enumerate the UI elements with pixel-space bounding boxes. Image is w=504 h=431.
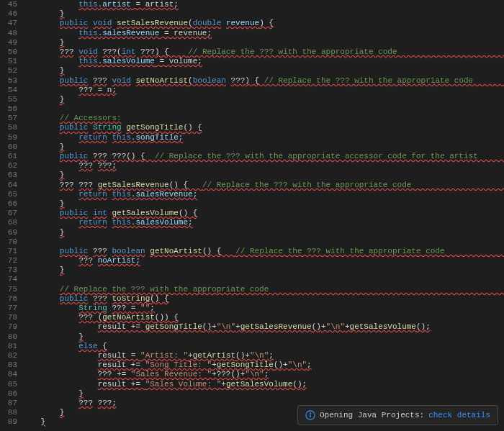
line-number: 59 bbox=[0, 133, 17, 142]
code-line[interactable]: ??? += "Sales Revenue: "+???()+"\n"; bbox=[22, 370, 504, 379]
code-line[interactable] bbox=[22, 104, 504, 114]
code-line[interactable]: result = "Artist: "+getArtist()+"\n"; bbox=[22, 351, 504, 360]
line-number: 49 bbox=[0, 38, 17, 47]
line-number: 89 bbox=[0, 417, 17, 427]
svg-point-1 bbox=[310, 412, 311, 414]
line-number: 60 bbox=[0, 142, 17, 152]
code-line[interactable]: return this.songTitle; bbox=[22, 133, 504, 142]
line-number: 86 bbox=[0, 389, 17, 399]
info-icon bbox=[305, 410, 315, 420]
line-number: 87 bbox=[0, 399, 17, 408]
code-area[interactable]: this.artist = artist; } public void setS… bbox=[22, 0, 504, 431]
line-number: 57 bbox=[0, 114, 17, 123]
line-number: 78 bbox=[0, 313, 17, 322]
code-line[interactable]: ??? ???; bbox=[22, 161, 504, 171]
line-number: 70 bbox=[0, 237, 17, 247]
line-number: 45 bbox=[0, 0, 17, 9]
code-line[interactable]: } bbox=[22, 171, 504, 180]
line-number: 77 bbox=[0, 304, 17, 313]
code-editor[interactable]: 4546474849505152535455565758596061626364… bbox=[0, 0, 504, 431]
line-number: 81 bbox=[0, 342, 17, 351]
line-number: 88 bbox=[0, 408, 17, 417]
line-number: 75 bbox=[0, 285, 17, 294]
code-line[interactable]: } bbox=[22, 38, 504, 47]
line-number: 56 bbox=[0, 104, 17, 114]
line-number: 52 bbox=[0, 66, 17, 76]
code-line[interactable]: } bbox=[22, 9, 504, 19]
code-line[interactable]: String ??? = ""; bbox=[22, 304, 504, 313]
code-line[interactable]: // Replace the ??? with the appropriate … bbox=[22, 285, 504, 294]
line-number: 85 bbox=[0, 380, 17, 389]
code-line[interactable]: public String getSongTitle() { bbox=[22, 123, 504, 132]
line-number: 83 bbox=[0, 360, 17, 370]
code-line[interactable]: result += getSongTitle()+"\n"+getSalesRe… bbox=[22, 322, 504, 332]
code-line[interactable]: this.artist = artist; bbox=[22, 0, 504, 9]
line-number: 46 bbox=[0, 9, 17, 19]
line-number: 69 bbox=[0, 228, 17, 237]
code-line[interactable] bbox=[22, 275, 504, 284]
code-line[interactable]: public ??? toString() { bbox=[22, 294, 504, 304]
toast-link[interactable]: check details bbox=[428, 411, 490, 419]
line-number: 51 bbox=[0, 57, 17, 66]
line-number: 71 bbox=[0, 247, 17, 256]
code-line[interactable]: this.salesRevenue = revenue; bbox=[22, 29, 504, 38]
code-line[interactable] bbox=[22, 237, 504, 247]
line-number: 76 bbox=[0, 294, 17, 304]
code-line[interactable]: } bbox=[22, 228, 504, 237]
line-number: 55 bbox=[0, 95, 17, 104]
line-number: 58 bbox=[0, 123, 17, 132]
line-number: 66 bbox=[0, 199, 17, 209]
code-line[interactable]: public ??? ???() { // Replace the ??? wi… bbox=[22, 152, 504, 161]
code-line[interactable]: else { bbox=[22, 342, 504, 351]
code-line[interactable]: } bbox=[22, 389, 504, 399]
code-line[interactable]: // Accessors: bbox=[22, 114, 504, 123]
line-number: 63 bbox=[0, 171, 17, 180]
line-number: 61 bbox=[0, 152, 17, 161]
code-line[interactable]: } bbox=[22, 266, 504, 275]
line-number: 54 bbox=[0, 86, 17, 95]
code-line[interactable]: public int getSalesVolume() { bbox=[22, 209, 504, 218]
line-number: 50 bbox=[0, 47, 17, 57]
code-line[interactable]: public ??? void setNoArtist(boolean ???)… bbox=[22, 76, 504, 86]
line-number: 74 bbox=[0, 275, 17, 284]
line-number: 82 bbox=[0, 351, 17, 360]
line-number: 62 bbox=[0, 161, 17, 171]
line-number: 84 bbox=[0, 370, 17, 379]
line-number: 73 bbox=[0, 266, 17, 275]
code-line[interactable]: result += "Sales Volume: "+getSalesVolum… bbox=[22, 380, 504, 389]
code-line[interactable]: } bbox=[22, 95, 504, 104]
code-line[interactable]: this.salesVolume = volume; bbox=[22, 57, 504, 66]
svg-rect-2 bbox=[310, 414, 310, 417]
line-gutter: 4546474849505152535455565758596061626364… bbox=[0, 0, 22, 431]
line-number: 72 bbox=[0, 256, 17, 266]
code-line[interactable]: } bbox=[22, 199, 504, 209]
code-line[interactable]: public ??? boolean getNoArtist() { // Re… bbox=[22, 247, 504, 256]
code-line[interactable]: } bbox=[22, 332, 504, 342]
code-line[interactable]: ??? void ???(int ???) { // Replace the ?… bbox=[22, 47, 504, 57]
line-number: 67 bbox=[0, 209, 17, 218]
line-number: 53 bbox=[0, 76, 17, 86]
code-line[interactable]: return this.salesRevenue; bbox=[22, 190, 504, 199]
code-line[interactable]: } bbox=[22, 66, 504, 76]
code-line[interactable]: result += "Song Title: "+getSongTitle()+… bbox=[22, 360, 504, 370]
code-line[interactable]: ??? ??? getSalesRevenue() { // Replace t… bbox=[22, 181, 504, 190]
code-line[interactable]: public void setSalesRevenue(double reven… bbox=[22, 19, 504, 28]
line-number: 65 bbox=[0, 190, 17, 199]
line-number: 48 bbox=[0, 29, 17, 38]
code-line[interactable]: } bbox=[22, 142, 504, 152]
notification-toast[interactable]: Opening Java Projects: check details bbox=[297, 405, 498, 425]
line-number: 47 bbox=[0, 19, 17, 28]
line-number: 68 bbox=[0, 218, 17, 227]
code-line[interactable]: ??? (getNoArtist()) { bbox=[22, 313, 504, 322]
line-number: 80 bbox=[0, 332, 17, 342]
code-line[interactable]: return this.salesVolume; bbox=[22, 218, 504, 227]
code-line[interactable]: ??? noArtist; bbox=[22, 256, 504, 266]
code-line[interactable]: ??? = n; bbox=[22, 86, 504, 95]
toast-text: Opening Java Projects: bbox=[320, 411, 424, 419]
line-number: 79 bbox=[0, 322, 17, 332]
line-number: 64 bbox=[0, 181, 17, 190]
